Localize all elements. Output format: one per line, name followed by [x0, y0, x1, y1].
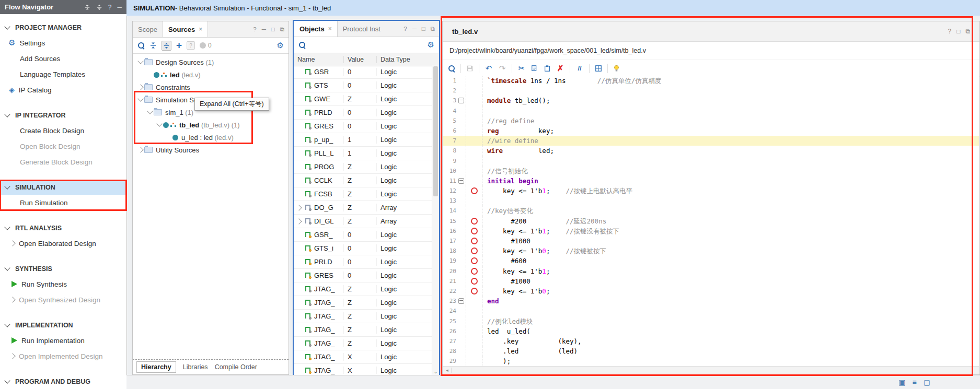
search-icon[interactable] [448, 65, 455, 72]
collapse-all-icon[interactable] [149, 42, 157, 49]
code-line-23[interactable]: 23end [443, 296, 979, 306]
table-row[interactable]: GTS0Logic [294, 79, 432, 92]
undo-icon[interactable]: ↶ [485, 64, 493, 73]
breakpoint-marker[interactable] [466, 266, 482, 276]
code-line-20[interactable]: 20 key <= 1'b1; [443, 266, 979, 276]
tree-item-led[interactable]: led (led.v) [133, 68, 289, 81]
tree-expander[interactable] [137, 148, 144, 152]
sidebar-item-language-templates[interactable]: Language Templates [0, 66, 126, 82]
code-line-27[interactable]: 27 .key (key), [443, 336, 979, 346]
tree-item-tb-led[interactable]: tb_led (tb_led.v) (1) [133, 119, 289, 131]
sidebar-section-header-implementation[interactable]: IMPLEMENTATION [0, 318, 126, 333]
code-line-4[interactable]: 4 [443, 106, 979, 116]
sidebar-item-run-simulation[interactable]: Run Simulation [0, 195, 126, 210]
breakpoint-gutter[interactable] [466, 326, 482, 336]
chevron-down-icon[interactable] [4, 224, 10, 230]
list-icon[interactable]: ≡ [913, 378, 917, 386]
sidebar-item-run-synthesis[interactable]: Run Synthesis [0, 276, 126, 292]
chevron-down-icon[interactable] [147, 108, 153, 114]
table-row[interactable]: CCLKZLogic [294, 174, 432, 187]
sidebar-item-generate-block-design[interactable]: Generate Block Design [0, 154, 126, 170]
code-line-8[interactable]: 8wire led; [443, 146, 979, 156]
breakpoint-circle-icon[interactable] [471, 278, 478, 285]
window-icon[interactable]: ▢ [924, 378, 930, 386]
column-header-name[interactable]: Name [294, 56, 344, 63]
table-row[interactable]: p_up_1Logic [294, 133, 432, 147]
breakpoint-circle-icon[interactable] [471, 238, 478, 244]
chevron-down-icon[interactable] [4, 23, 10, 29]
chevron-right-icon[interactable] [137, 147, 143, 152]
chevron-down-icon[interactable] [137, 58, 143, 64]
chevron-down-icon[interactable] [4, 321, 10, 327]
help-icon[interactable]: ? [253, 26, 256, 32]
tree-expander[interactable] [137, 61, 144, 63]
table-row[interactable]: PRLD0Logic [294, 255, 432, 269]
breakpoint-gutter[interactable] [466, 306, 482, 316]
breakpoint-circle-icon[interactable] [471, 247, 478, 254]
breakpoint-marker[interactable] [466, 236, 482, 246]
table-row[interactable]: PROGZLogic [294, 160, 432, 174]
chevron-down-icon[interactable] [156, 121, 162, 126]
breakpoint-gutter[interactable] [466, 316, 482, 326]
code-line-24[interactable]: 24 [443, 306, 979, 316]
sidebar-section-header-ip-integrator[interactable]: IP INTEGRATOR [0, 108, 126, 123]
fold-toggle-icon[interactable] [456, 176, 466, 186]
breakpoint-gutter[interactable] [466, 136, 482, 146]
code-line-25[interactable]: 25//例化led模块 [443, 316, 979, 326]
breakpoint-gutter[interactable] [466, 356, 482, 366]
minimize-icon[interactable]: ─ [412, 26, 417, 32]
code-line-11[interactable]: 11initial begin [443, 176, 979, 186]
sidebar-item-open-implemented-design[interactable]: Open Implemented Design [0, 348, 126, 364]
sidebar-item-add-sources[interactable]: Add Sources [0, 51, 126, 66]
scrollbar-down-arrow[interactable]: ⌄ [432, 369, 439, 374]
chevron-down-icon[interactable] [137, 96, 143, 101]
sidebar-section-header-synthesis[interactable]: SYNTHESIS [0, 262, 126, 276]
table-row[interactable]: JTAG_ZLogic [294, 310, 432, 323]
breakpoint-gutter[interactable] [466, 346, 482, 356]
close-icon[interactable]: × [199, 26, 202, 33]
breakpoint-marker[interactable] [466, 226, 482, 236]
chevron-right-icon[interactable] [9, 353, 15, 359]
tree-item-u-led-led[interactable]: u_led : led (led.v) [133, 131, 289, 144]
code-line-19[interactable]: 19 #600 [443, 256, 979, 266]
breakpoint-gutter[interactable] [466, 196, 482, 206]
sidebar-item-run-implementation[interactable]: Run Implementation [0, 333, 126, 348]
breakpoint-gutter[interactable] [466, 206, 482, 216]
expand-all-icon[interactable] [162, 41, 171, 51]
breakpoint-circle-icon[interactable] [471, 257, 478, 264]
table-row[interactable]: JTAG_XLogic [294, 364, 432, 375]
table-row[interactable]: GTS_i0Logic [294, 242, 432, 255]
code-line-13[interactable]: 13 [443, 196, 979, 206]
chevron-right-icon[interactable] [137, 84, 143, 90]
code-line-22[interactable]: 22 key <= 1'b0; [443, 286, 979, 296]
dashboard-icon[interactable]: ▣ [898, 378, 905, 386]
breakpoint-circle-icon[interactable] [471, 288, 478, 294]
chevron-down-icon[interactable] [4, 265, 10, 270]
chevron-down-icon[interactable] [4, 183, 10, 189]
tab-libraries[interactable]: Libraries [183, 363, 208, 371]
tree-item-constraints[interactable]: Constraints [133, 81, 289, 93]
code-line-5[interactable]: 5//reg define [443, 116, 979, 126]
code-line-15[interactable]: 15 #200 //延迟200ns [443, 216, 979, 226]
objects-scrollbar[interactable]: ⌄ [432, 65, 439, 375]
breakpoint-circle-icon[interactable] [471, 187, 478, 194]
sidebar-item-ip-catalog[interactable]: ◈IP Catalog [0, 82, 126, 98]
chevron-right-icon[interactable] [9, 297, 15, 302]
minimize-icon[interactable]: ─ [262, 26, 266, 32]
sidebar-section-header-simulation[interactable]: SIMULATION [0, 180, 126, 195]
help-icon[interactable]: ? [403, 26, 407, 32]
chevron-down-icon[interactable] [4, 111, 10, 117]
horizontal-scrollbar[interactable]: ◂ [443, 366, 979, 374]
table-row[interactable]: JTAG_ZLogic [294, 282, 432, 296]
sidebar-item-open-synthesized-design[interactable]: Open Synthesized Design [0, 292, 126, 308]
toggle-comment-icon[interactable]: // [575, 64, 584, 73]
chevron-right-icon[interactable] [296, 218, 302, 224]
copy-icon[interactable] [531, 65, 538, 72]
sidebar-item-settings[interactable]: ⚙Settings [0, 35, 126, 51]
code-area[interactable]: 1`timescale 1ns / 1ns //仿真单位/仿真精度23modul… [443, 76, 979, 366]
breakpoint-gutter[interactable] [466, 166, 482, 176]
scrollbar-thumb[interactable] [433, 66, 438, 196]
maximize-icon[interactable]: □ [956, 28, 960, 35]
expand-all-icon[interactable] [96, 4, 102, 10]
chevron-right-icon[interactable] [296, 205, 302, 210]
